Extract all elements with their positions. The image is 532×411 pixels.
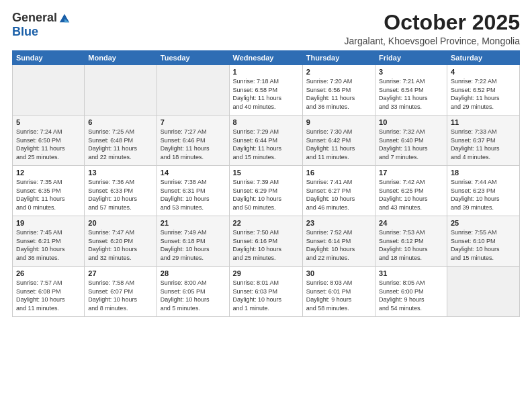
logo-blue-text: Blue	[12, 25, 38, 39]
week-row: 19Sunrise: 7:45 AM Sunset: 6:21 PM Dayli…	[13, 216, 520, 267]
day-info: Sunrise: 7:55 AM Sunset: 6:10 PM Dayligh…	[451, 228, 516, 262]
day-info: Sunrise: 7:18 AM Sunset: 6:58 PM Dayligh…	[233, 77, 299, 111]
logo-general-text: General	[12, 11, 57, 25]
calendar-day: 2Sunrise: 7:20 AM Sunset: 6:56 PM Daylig…	[302, 65, 375, 116]
weekday-header: Tuesday	[157, 51, 229, 65]
day-number: 18	[451, 169, 516, 177]
empty-day	[85, 65, 157, 116]
day-number: 11	[451, 118, 516, 126]
day-number: 20	[88, 219, 153, 227]
day-number: 23	[306, 219, 371, 227]
day-number: 4	[451, 68, 516, 76]
calendar-day: 28Sunrise: 8:00 AM Sunset: 6:05 PM Dayli…	[157, 267, 229, 317]
calendar-day: 17Sunrise: 7:42 AM Sunset: 6:25 PM Dayli…	[375, 166, 447, 216]
day-info: Sunrise: 7:49 AM Sunset: 6:18 PM Dayligh…	[161, 228, 226, 262]
day-number: 16	[306, 169, 371, 177]
day-info: Sunrise: 8:01 AM Sunset: 6:03 PM Dayligh…	[233, 279, 299, 312]
calendar-day: 31Sunrise: 8:05 AM Sunset: 6:00 PM Dayli…	[375, 267, 447, 317]
empty-day	[157, 65, 229, 116]
day-number: 24	[379, 219, 443, 227]
day-info: Sunrise: 7:21 AM Sunset: 6:54 PM Dayligh…	[379, 77, 443, 111]
calendar-day: 23Sunrise: 7:52 AM Sunset: 6:14 PM Dayli…	[302, 216, 375, 267]
day-info: Sunrise: 7:29 AM Sunset: 6:44 PM Dayligh…	[233, 128, 299, 161]
calendar-day: 4Sunrise: 7:22 AM Sunset: 6:52 PM Daylig…	[447, 65, 519, 116]
calendar-table: SundayMondayTuesdayWednesdayThursdayFrid…	[12, 50, 520, 317]
calendar-day: 5Sunrise: 7:24 AM Sunset: 6:50 PM Daylig…	[13, 116, 85, 166]
calendar-day: 10Sunrise: 7:32 AM Sunset: 6:40 PM Dayli…	[375, 116, 447, 166]
location-subtitle: Jargalant, Khoevsgoel Province, Mongolia	[345, 36, 521, 46]
calendar-day: 8Sunrise: 7:29 AM Sunset: 6:44 PM Daylig…	[229, 116, 302, 166]
day-number: 7	[161, 118, 226, 126]
day-number: 22	[233, 219, 299, 227]
day-info: Sunrise: 7:39 AM Sunset: 6:29 PM Dayligh…	[233, 178, 299, 212]
calendar-day: 7Sunrise: 7:27 AM Sunset: 6:46 PM Daylig…	[157, 116, 229, 166]
month-title: October 2025	[345, 11, 521, 34]
day-number: 26	[16, 269, 81, 277]
day-number: 12	[16, 169, 81, 177]
day-info: Sunrise: 7:45 AM Sunset: 6:21 PM Dayligh…	[16, 228, 81, 262]
day-number: 17	[379, 169, 443, 177]
calendar-day: 22Sunrise: 7:50 AM Sunset: 6:16 PM Dayli…	[229, 216, 302, 267]
title-section: October 2025 Jargalant, Khoevsgoel Provi…	[345, 11, 521, 46]
day-info: Sunrise: 7:20 AM Sunset: 6:56 PM Dayligh…	[306, 77, 371, 111]
calendar-day: 13Sunrise: 7:36 AM Sunset: 6:33 PM Dayli…	[85, 166, 157, 216]
day-number: 5	[16, 118, 81, 126]
calendar-container: General Blue October 2025 Jargalant, Kho…	[0, 0, 532, 411]
calendar-day: 19Sunrise: 7:45 AM Sunset: 6:21 PM Dayli…	[13, 216, 85, 267]
day-info: Sunrise: 7:38 AM Sunset: 6:31 PM Dayligh…	[161, 178, 226, 212]
day-info: Sunrise: 7:30 AM Sunset: 6:42 PM Dayligh…	[306, 128, 371, 161]
calendar-day: 14Sunrise: 7:38 AM Sunset: 6:31 PM Dayli…	[157, 166, 229, 216]
day-info: Sunrise: 8:05 AM Sunset: 6:00 PM Dayligh…	[379, 279, 443, 312]
week-row: 1Sunrise: 7:18 AM Sunset: 6:58 PM Daylig…	[13, 65, 520, 116]
week-row: 12Sunrise: 7:35 AM Sunset: 6:35 PM Dayli…	[13, 166, 520, 216]
day-info: Sunrise: 7:22 AM Sunset: 6:52 PM Dayligh…	[451, 77, 516, 111]
day-number: 28	[161, 269, 226, 277]
weekday-header: Sunday	[13, 51, 85, 65]
day-info: Sunrise: 7:27 AM Sunset: 6:46 PM Dayligh…	[161, 128, 226, 161]
calendar-day: 11Sunrise: 7:33 AM Sunset: 6:37 PM Dayli…	[447, 116, 519, 166]
day-number: 25	[451, 219, 516, 227]
day-number: 6	[88, 118, 153, 126]
day-info: Sunrise: 7:41 AM Sunset: 6:27 PM Dayligh…	[306, 178, 371, 212]
logo-icon	[58, 12, 71, 24]
day-info: Sunrise: 7:32 AM Sunset: 6:40 PM Dayligh…	[379, 128, 443, 161]
day-info: Sunrise: 7:33 AM Sunset: 6:37 PM Dayligh…	[451, 128, 516, 161]
calendar-day: 29Sunrise: 8:01 AM Sunset: 6:03 PM Dayli…	[229, 267, 302, 317]
calendar-day: 18Sunrise: 7:44 AM Sunset: 6:23 PM Dayli…	[447, 166, 519, 216]
calendar-day: 24Sunrise: 7:53 AM Sunset: 6:12 PM Dayli…	[375, 216, 447, 267]
calendar-day: 27Sunrise: 7:58 AM Sunset: 6:07 PM Dayli…	[85, 267, 157, 317]
day-number: 10	[379, 118, 443, 126]
header: General Blue October 2025 Jargalant, Kho…	[12, 11, 520, 46]
day-number: 2	[306, 68, 371, 76]
day-number: 19	[16, 219, 81, 227]
day-info: Sunrise: 7:58 AM Sunset: 6:07 PM Dayligh…	[88, 279, 153, 312]
day-number: 13	[88, 169, 153, 177]
day-number: 27	[88, 269, 153, 277]
calendar-day: 1Sunrise: 7:18 AM Sunset: 6:58 PM Daylig…	[229, 65, 302, 116]
weekday-header: Thursday	[302, 51, 375, 65]
calendar-header-row: SundayMondayTuesdayWednesdayThursdayFrid…	[13, 51, 520, 65]
weekday-header: Friday	[375, 51, 447, 65]
calendar-day: 25Sunrise: 7:55 AM Sunset: 6:10 PM Dayli…	[447, 216, 519, 267]
weekday-header: Saturday	[447, 51, 519, 65]
day-info: Sunrise: 7:47 AM Sunset: 6:20 PM Dayligh…	[88, 228, 153, 262]
day-info: Sunrise: 7:42 AM Sunset: 6:25 PM Dayligh…	[379, 178, 443, 212]
empty-day	[447, 267, 519, 317]
day-info: Sunrise: 7:53 AM Sunset: 6:12 PM Dayligh…	[379, 228, 443, 262]
day-number: 8	[233, 118, 299, 126]
logo: General Blue	[12, 11, 71, 39]
day-number: 9	[306, 118, 371, 126]
day-number: 1	[233, 68, 299, 76]
day-info: Sunrise: 8:00 AM Sunset: 6:05 PM Dayligh…	[161, 279, 226, 312]
day-info: Sunrise: 7:24 AM Sunset: 6:50 PM Dayligh…	[16, 128, 81, 161]
empty-day	[13, 65, 85, 116]
calendar-day: 21Sunrise: 7:49 AM Sunset: 6:18 PM Dayli…	[157, 216, 229, 267]
day-info: Sunrise: 7:50 AM Sunset: 6:16 PM Dayligh…	[233, 228, 299, 262]
calendar-day: 6Sunrise: 7:25 AM Sunset: 6:48 PM Daylig…	[85, 116, 157, 166]
calendar-day: 3Sunrise: 7:21 AM Sunset: 6:54 PM Daylig…	[375, 65, 447, 116]
day-number: 29	[233, 269, 299, 277]
day-info: Sunrise: 7:25 AM Sunset: 6:48 PM Dayligh…	[88, 128, 153, 161]
day-number: 14	[161, 169, 226, 177]
day-number: 30	[306, 269, 371, 277]
day-info: Sunrise: 7:35 AM Sunset: 6:35 PM Dayligh…	[16, 178, 81, 212]
